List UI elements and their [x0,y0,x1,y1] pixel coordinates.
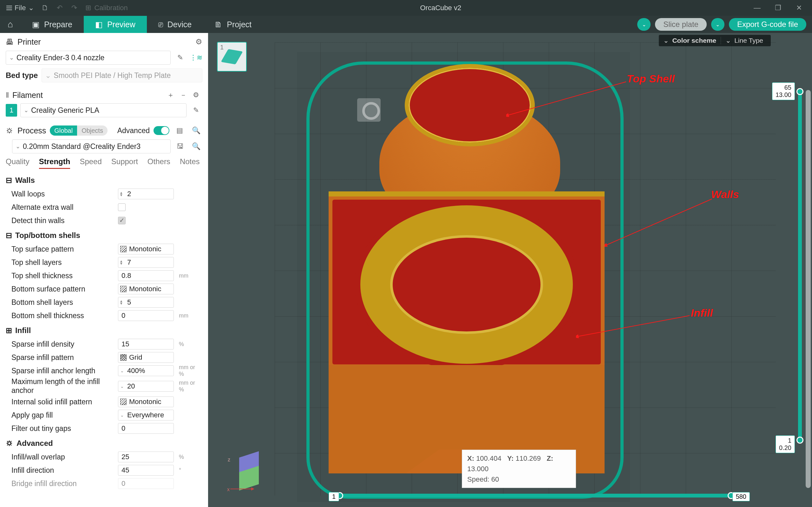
advanced-toggle[interactable] [154,126,169,135]
tab-preview[interactable]: ◧ Preview [84,16,147,33]
maximize-button[interactable]: ❐ [772,4,784,12]
process-search-button-2[interactable]: 🔍 [190,140,202,153]
printer-value: Creality Ender-3 0.4 nozzle [16,54,104,62]
ptab-quality[interactable]: Quality [6,157,30,169]
bottom-surface-pattern-field[interactable]: Monotonic [118,284,174,294]
model-top-shell [405,64,535,147]
collapse-icon[interactable]: ⊟ [6,176,12,185]
process-preset-dropdown[interactable]: ⌄ 0.20mm Standard @Creality Ender3 [12,139,171,153]
process-compare-button[interactable]: ▤ [173,124,186,137]
tab-prepare-label: Prepare [44,20,72,29]
tab-device-label: Device [167,20,192,29]
view-orientation-cube[interactable] [357,98,380,122]
max-infill-anchor-length-field[interactable]: ⌄20 [118,381,174,392]
layer-slider-bottom-flag: 1 0.20 [775,435,795,453]
ptab-speed[interactable]: Speed [80,157,101,169]
bottom-shell-thickness-field[interactable]: 0 [118,310,174,321]
bridge-infill-direction-field[interactable]: 0 [118,478,174,489]
top-shell-layers-field[interactable]: ▴▾7 [118,257,174,268]
internal-solid-infill-pattern-field[interactable]: Monotonic [118,396,174,407]
ptab-strength[interactable]: Strength [39,157,70,169]
global-objects-toggle[interactable]: Global Objects [50,125,107,135]
settings-scroll[interactable]: ⊟Walls Wall loops ▴▾2 Alternate extra wa… [0,171,208,507]
chevron-down-icon: ⌄ [716,21,720,27]
annotation-infill: Infill [691,307,713,319]
filter-tiny-gaps-field[interactable]: 0 [118,423,174,434]
detect-thin-walls-checkbox[interactable] [118,217,125,224]
chevron-down-icon: ⌄ [28,4,34,12]
infill-direction-field[interactable]: 45 [118,465,174,475]
infill-wall-overlap-field[interactable]: 25 [118,452,174,462]
process-header-label: Process [17,126,46,135]
slice-plate-button[interactable]: Slice plate [655,18,707,31]
wall-loops-field[interactable]: ▴▾2 [118,188,174,199]
file-menu[interactable]: File ⌄ [4,3,37,13]
filament-edit-button[interactable]: ✎ [190,104,202,117]
tab-project-label: Project [227,20,252,29]
sparse-infill-anchor-length-field[interactable]: ⌄400% [118,365,174,376]
calibration-button[interactable]: ⊞ Calibration [83,3,130,13]
alternate-extra-wall-checkbox[interactable] [118,204,125,211]
calibration-icon: ⊞ [85,4,91,12]
top-surface-pattern-field[interactable]: Monotonic [118,244,174,255]
bed-type-label: Bed type [6,71,38,80]
sparse-infill-density-field[interactable]: 15 [118,339,174,349]
filament-add-button[interactable]: ＋ [164,89,177,101]
new-file-button[interactable]: 🗋 [39,4,51,12]
collapse-icon[interactable]: ⊟ [6,231,12,240]
process-save-button[interactable]: 🖫 [174,140,187,153]
layer-slider-bottom-handle[interactable] [797,437,803,444]
pattern-icon [120,246,126,252]
move-slider-left-flag: 1 [328,492,339,501]
collapse-icon[interactable]: ⛭ [6,439,13,448]
collapse-icon[interactable]: ⊞ [6,326,12,335]
row-detect-thin-walls: Detect thin walls [6,214,206,227]
sparse-infill-pattern-field[interactable]: Grid [118,352,174,363]
layer-slider-top-handle[interactable] [797,88,803,95]
minimize-button[interactable]: — [751,4,763,12]
layer-slider[interactable] [798,90,802,442]
ptab-others[interactable]: Others [148,157,170,169]
filament-settings-button[interactable]: ⚙ [190,89,202,101]
main-tabbar: ⌂ ▣ Prepare ◧ Preview ⎚ Device 🗎 Project… [0,16,812,33]
printer-section-header: 🖶 Printer ⚙ [0,33,208,51]
prepare-icon: ▣ [32,20,40,29]
viewport-scrollbar[interactable] [806,90,811,488]
ptab-notes[interactable]: Notes [180,157,200,169]
chevron-down-icon: ⌄ [642,21,646,27]
axis-gizmo[interactable]: zx [227,454,265,493]
filament-remove-button[interactable]: － [177,89,190,101]
titlebar: File ⌄ 🗋 ↶ ↷ ⊞ Calibration OrcaCube v2 —… [0,0,812,16]
top-shell-thickness-field[interactable]: 0.8 [118,270,174,281]
close-button[interactable]: ✕ [793,4,805,12]
project-icon: 🗎 [214,20,222,29]
printer-wifi-icon[interactable]: ⋮≋ [190,51,202,64]
filament-dropdown[interactable]: ⌄ Creality Generic PLA [20,103,187,117]
process-search-button[interactable]: 🔍 [190,124,202,137]
plate-thumbnail[interactable]: 1 [217,42,247,72]
export-dropdown[interactable]: ⌄ [711,18,724,31]
ptab-support[interactable]: Support [111,157,138,169]
advanced-label: Advanced [117,126,150,135]
undo-button[interactable]: ↶ [54,4,66,12]
bottom-shell-layers-field[interactable]: ▴▾5 [118,297,174,308]
redo-button[interactable]: ↷ [68,4,80,12]
device-icon: ⎚ [158,20,163,29]
slice-plate-dropdown[interactable]: ⌄ [637,18,651,31]
printer-settings-button[interactable]: ⚙ [195,38,202,46]
move-slider[interactable] [338,494,733,498]
pattern-icon [120,399,126,405]
row-alternate-extra-wall: Alternate extra wall [6,201,206,214]
tab-device[interactable]: ⎚ Device [147,16,203,33]
preview-viewport[interactable]: ⌄ Color scheme ⌄ Line Type 1 Top Shell [208,33,812,507]
export-gcode-button[interactable]: Export G-code file [729,18,806,31]
tab-prepare[interactable]: ▣ Prepare [20,16,84,33]
tab-project[interactable]: 🗎 Project [203,16,263,33]
tab-home[interactable]: ⌂ [0,16,20,33]
printer-dropdown[interactable]: ⌄ Creality Ender-3 0.4 nozzle [6,51,171,65]
bed-type-dropdown[interactable]: ⌄ Smooth PEI Plate / High Temp Plate [42,68,202,82]
move-slider-right-flag: 580 [732,492,750,501]
filament-index[interactable]: 1 [6,104,17,117]
apply-gap-fill-field[interactable]: ⌄Everywhere [118,410,174,420]
printer-edit-button[interactable]: ✎ [174,51,187,64]
